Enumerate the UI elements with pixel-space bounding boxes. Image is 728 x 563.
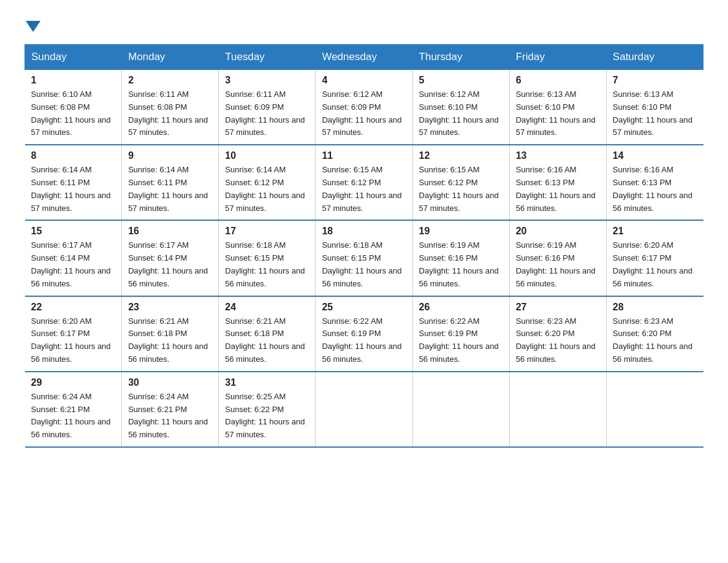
calendar-cell <box>509 372 606 447</box>
calendar-cell: 27Sunrise: 6:23 AMSunset: 6:20 PMDayligh… <box>509 296 606 372</box>
day-number: 18 <box>322 226 406 237</box>
calendar-body: 1Sunrise: 6:10 AMSunset: 6:08 PMDaylight… <box>25 70 703 447</box>
calendar-cell: 13Sunrise: 6:16 AMSunset: 6:13 PMDayligh… <box>509 145 606 220</box>
calendar-cell: 14Sunrise: 6:16 AMSunset: 6:13 PMDayligh… <box>606 145 703 220</box>
day-info: Sunrise: 6:20 AMSunset: 6:17 PMDaylight:… <box>613 240 692 288</box>
calendar-cell: 28Sunrise: 6:23 AMSunset: 6:20 PMDayligh… <box>606 296 703 372</box>
day-info: Sunrise: 6:14 AMSunset: 6:11 PMDaylight:… <box>128 165 208 212</box>
day-number: 6 <box>516 75 600 86</box>
day-info: Sunrise: 6:17 AMSunset: 6:14 PMDaylight:… <box>128 240 208 288</box>
logo-triangle-icon <box>26 21 40 32</box>
day-number: 2 <box>128 75 212 86</box>
day-info: Sunrise: 6:21 AMSunset: 6:18 PMDaylight:… <box>128 316 208 364</box>
day-number: 9 <box>128 150 212 161</box>
day-number: 5 <box>419 75 503 86</box>
calendar-cell: 5Sunrise: 6:12 AMSunset: 6:10 PMDaylight… <box>412 70 509 145</box>
page-header <box>25 18 703 32</box>
calendar-week-3: 15Sunrise: 6:17 AMSunset: 6:14 PMDayligh… <box>25 220 703 296</box>
day-number: 17 <box>225 226 309 237</box>
day-info: Sunrise: 6:11 AMSunset: 6:08 PMDaylight:… <box>128 90 208 137</box>
day-number: 4 <box>322 75 406 86</box>
calendar-cell: 3Sunrise: 6:11 AMSunset: 6:09 PMDaylight… <box>219 70 316 145</box>
day-info: Sunrise: 6:13 AMSunset: 6:10 PMDaylight:… <box>613 90 692 137</box>
calendar-week-5: 29Sunrise: 6:24 AMSunset: 6:21 PMDayligh… <box>25 372 703 447</box>
day-info: Sunrise: 6:16 AMSunset: 6:13 PMDaylight:… <box>613 165 692 212</box>
day-info: Sunrise: 6:19 AMSunset: 6:16 PMDaylight:… <box>419 240 499 288</box>
day-info: Sunrise: 6:20 AMSunset: 6:17 PMDaylight:… <box>31 316 111 364</box>
calendar-cell: 2Sunrise: 6:11 AMSunset: 6:08 PMDaylight… <box>122 70 219 145</box>
day-number: 24 <box>225 302 309 313</box>
day-info: Sunrise: 6:12 AMSunset: 6:09 PMDaylight:… <box>322 90 401 137</box>
calendar-table: SundayMondayTuesdayWednesdayThursdayFrid… <box>25 44 703 448</box>
calendar-cell: 8Sunrise: 6:14 AMSunset: 6:11 PMDaylight… <box>25 145 122 220</box>
calendar-cell <box>606 372 703 447</box>
day-number: 20 <box>516 226 600 237</box>
day-number: 27 <box>516 302 600 313</box>
calendar-cell: 6Sunrise: 6:13 AMSunset: 6:10 PMDaylight… <box>509 70 606 145</box>
day-number: 11 <box>322 150 406 161</box>
day-number: 23 <box>128 302 212 313</box>
day-info: Sunrise: 6:10 AMSunset: 6:08 PMDaylight:… <box>31 90 111 137</box>
calendar-cell: 4Sunrise: 6:12 AMSunset: 6:09 PMDaylight… <box>316 70 412 145</box>
day-number: 15 <box>31 226 116 237</box>
day-number: 7 <box>613 75 697 86</box>
header-row: SundayMondayTuesdayWednesdayThursdayFrid… <box>25 45 703 70</box>
day-info: Sunrise: 6:23 AMSunset: 6:20 PMDaylight:… <box>613 316 692 364</box>
day-info: Sunrise: 6:14 AMSunset: 6:12 PMDaylight:… <box>225 165 305 212</box>
day-number: 8 <box>31 150 116 161</box>
day-number: 10 <box>225 150 309 161</box>
day-info: Sunrise: 6:17 AMSunset: 6:14 PMDaylight:… <box>31 240 111 288</box>
calendar-cell: 17Sunrise: 6:18 AMSunset: 6:15 PMDayligh… <box>219 220 316 296</box>
day-info: Sunrise: 6:13 AMSunset: 6:10 PMDaylight:… <box>516 90 596 137</box>
day-info: Sunrise: 6:12 AMSunset: 6:10 PMDaylight:… <box>419 90 499 137</box>
calendar-week-2: 8Sunrise: 6:14 AMSunset: 6:11 PMDaylight… <box>25 145 703 220</box>
day-number: 13 <box>516 150 600 161</box>
calendar-cell: 9Sunrise: 6:14 AMSunset: 6:11 PMDaylight… <box>122 145 219 220</box>
calendar-cell <box>412 372 509 447</box>
day-info: Sunrise: 6:15 AMSunset: 6:12 PMDaylight:… <box>322 165 401 212</box>
calendar-week-4: 22Sunrise: 6:20 AMSunset: 6:17 PMDayligh… <box>25 296 703 372</box>
header-day-thursday: Thursday <box>412 45 509 70</box>
day-number: 25 <box>322 302 406 313</box>
day-info: Sunrise: 6:22 AMSunset: 6:19 PMDaylight:… <box>419 316 499 364</box>
day-number: 26 <box>419 302 503 313</box>
day-number: 30 <box>128 377 212 388</box>
day-number: 1 <box>31 75 116 86</box>
calendar-cell: 15Sunrise: 6:17 AMSunset: 6:14 PMDayligh… <box>25 220 122 296</box>
day-info: Sunrise: 6:21 AMSunset: 6:18 PMDaylight:… <box>225 316 305 364</box>
header-day-saturday: Saturday <box>606 45 703 70</box>
calendar-cell: 10Sunrise: 6:14 AMSunset: 6:12 PMDayligh… <box>219 145 316 220</box>
day-info: Sunrise: 6:24 AMSunset: 6:21 PMDaylight:… <box>128 392 208 439</box>
day-info: Sunrise: 6:23 AMSunset: 6:20 PMDaylight:… <box>516 316 596 364</box>
calendar-cell <box>316 372 412 447</box>
calendar-cell: 23Sunrise: 6:21 AMSunset: 6:18 PMDayligh… <box>122 296 219 372</box>
calendar-cell: 21Sunrise: 6:20 AMSunset: 6:17 PMDayligh… <box>606 220 703 296</box>
day-info: Sunrise: 6:22 AMSunset: 6:19 PMDaylight:… <box>322 316 401 364</box>
day-info: Sunrise: 6:25 AMSunset: 6:22 PMDaylight:… <box>225 392 305 439</box>
calendar-cell: 20Sunrise: 6:19 AMSunset: 6:16 PMDayligh… <box>509 220 606 296</box>
header-day-friday: Friday <box>509 45 606 70</box>
calendar-header: SundayMondayTuesdayWednesdayThursdayFrid… <box>25 45 703 70</box>
calendar-cell: 18Sunrise: 6:18 AMSunset: 6:15 PMDayligh… <box>316 220 412 296</box>
day-number: 19 <box>419 226 503 237</box>
day-info: Sunrise: 6:18 AMSunset: 6:15 PMDaylight:… <box>322 240 401 288</box>
day-info: Sunrise: 6:11 AMSunset: 6:09 PMDaylight:… <box>225 90 305 137</box>
day-info: Sunrise: 6:14 AMSunset: 6:11 PMDaylight:… <box>31 165 111 212</box>
calendar-week-1: 1Sunrise: 6:10 AMSunset: 6:08 PMDaylight… <box>25 70 703 145</box>
day-number: 12 <box>419 150 503 161</box>
header-day-monday: Monday <box>122 45 219 70</box>
day-number: 22 <box>31 302 116 313</box>
day-number: 14 <box>613 150 697 161</box>
calendar-cell: 29Sunrise: 6:24 AMSunset: 6:21 PMDayligh… <box>25 372 122 447</box>
day-number: 28 <box>613 302 697 313</box>
day-info: Sunrise: 6:15 AMSunset: 6:12 PMDaylight:… <box>419 165 499 212</box>
calendar-cell: 31Sunrise: 6:25 AMSunset: 6:22 PMDayligh… <box>219 372 316 447</box>
day-info: Sunrise: 6:19 AMSunset: 6:16 PMDaylight:… <box>516 240 596 288</box>
day-info: Sunrise: 6:18 AMSunset: 6:15 PMDaylight:… <box>225 240 305 288</box>
day-number: 29 <box>31 377 116 388</box>
calendar-cell: 11Sunrise: 6:15 AMSunset: 6:12 PMDayligh… <box>316 145 412 220</box>
calendar-cell: 26Sunrise: 6:22 AMSunset: 6:19 PMDayligh… <box>412 296 509 372</box>
calendar-cell: 7Sunrise: 6:13 AMSunset: 6:10 PMDaylight… <box>606 70 703 145</box>
day-info: Sunrise: 6:16 AMSunset: 6:13 PMDaylight:… <box>516 165 596 212</box>
logo <box>25 18 40 32</box>
